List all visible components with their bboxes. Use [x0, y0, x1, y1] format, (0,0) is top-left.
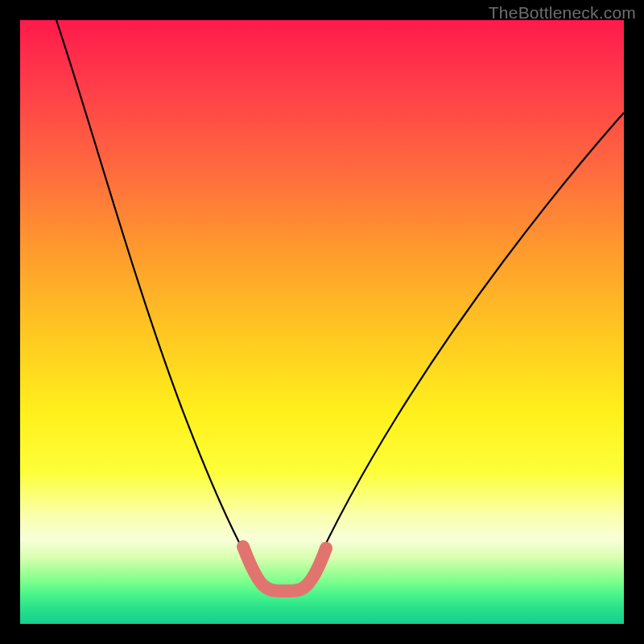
chart-area [20, 20, 624, 624]
bottleneck-curve [56, 20, 624, 587]
watermark-text: TheBottleneck.com [489, 3, 636, 23]
chart-svg [20, 20, 624, 624]
optimal-range-marker [243, 547, 326, 591]
